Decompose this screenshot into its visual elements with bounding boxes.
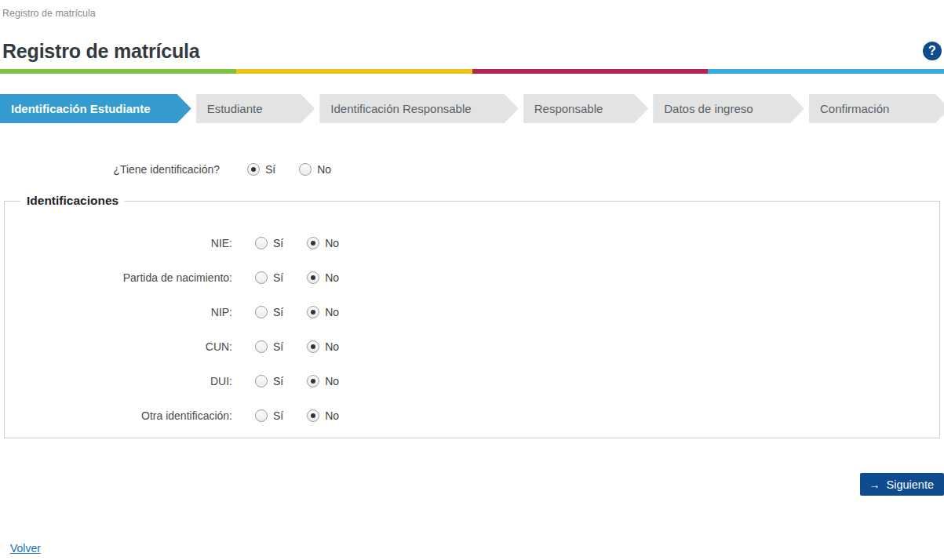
row-dui: DUI: Sí No <box>5 364 939 398</box>
radio-option-no[interactable]: No <box>307 340 339 353</box>
progress-segment-yellow <box>236 69 472 74</box>
radio-si-label: Sí <box>273 306 283 318</box>
row-label: Otra identificación: <box>5 409 232 422</box>
step-label: Estudiante <box>207 102 263 115</box>
step-identificacion-estudiante[interactable]: Identificación Estudiante <box>0 94 191 123</box>
radio-option-no[interactable]: No <box>307 375 339 387</box>
progress-color-bar <box>0 69 944 74</box>
radio-si[interactable] <box>255 306 268 318</box>
radio-si-label: Sí <box>273 340 283 353</box>
radio-si[interactable] <box>255 237 268 249</box>
step-identificacion-responsable[interactable]: Identificación Responsable <box>319 94 518 123</box>
radio-si-label: Sí <box>273 375 283 387</box>
radio-no[interactable] <box>307 409 319 422</box>
question-label: ¿Tiene identificación? <box>0 163 220 176</box>
step-estudiante[interactable]: Estudiante <box>196 94 315 123</box>
radio-option-no[interactable]: No <box>307 306 339 318</box>
progress-segment-crimson <box>472 69 709 74</box>
radio-option-si[interactable]: Sí <box>255 375 283 387</box>
radio-option-si[interactable]: Sí <box>255 409 283 422</box>
row-label: CUN: <box>5 340 232 353</box>
row-label: Partida de nacimiento: <box>5 271 232 284</box>
row-nip: NIP: Sí No <box>5 295 939 329</box>
radio-no-label: No <box>325 271 339 284</box>
row-cun: CUN: Sí No <box>5 329 939 364</box>
step-label: Datos de ingreso <box>664 102 753 115</box>
radio-option-si[interactable]: Sí <box>255 306 283 318</box>
radio-si[interactable] <box>255 409 268 422</box>
row-radio-group: Sí No <box>255 375 339 387</box>
radio-si-label: Sí <box>273 237 283 249</box>
step-label: Identificación Responsable <box>330 102 471 115</box>
radio-si-label: Sí <box>265 163 275 176</box>
identificaciones-legend: Identificaciones <box>20 194 125 208</box>
radio-no[interactable] <box>307 271 319 284</box>
question-radio-group: Sí No <box>247 163 331 176</box>
step-responsable[interactable]: Responsable <box>523 94 648 123</box>
row-radio-group: Sí No <box>255 237 339 249</box>
next-button-label: Siguiente <box>887 478 934 491</box>
progress-segment-green <box>0 69 236 74</box>
back-link[interactable]: Volver <box>10 542 41 555</box>
row-radio-group: Sí No <box>255 340 339 353</box>
radio-option-si[interactable]: Sí <box>255 340 283 353</box>
page-header: Registro de matrícula ? <box>2 39 942 63</box>
radio-no[interactable] <box>307 306 319 318</box>
row-nie: NIE: Sí No <box>5 226 939 260</box>
row-label: NIP: <box>5 306 232 318</box>
radio-option-si[interactable]: Sí <box>255 237 283 249</box>
row-partida-de-nacimiento: Partida de nacimiento: Sí No <box>5 260 939 295</box>
radio-option-no[interactable]: No <box>299 163 331 176</box>
question-tiene-identificacion: ¿Tiene identificación? Sí No <box>0 160 331 179</box>
help-icon[interactable]: ? <box>923 42 942 60</box>
radio-no[interactable] <box>307 340 319 353</box>
next-button[interactable]: → Siguiente <box>860 473 944 496</box>
radio-option-no[interactable]: No <box>307 237 339 249</box>
radio-no[interactable] <box>307 237 319 249</box>
arrow-right-icon: → <box>869 479 880 490</box>
step-label: Responsable <box>534 102 603 115</box>
step-label: Confirmación <box>820 102 889 115</box>
progress-segment-blue <box>708 69 944 74</box>
radio-si[interactable] <box>255 271 268 284</box>
breadcrumb: Registro de matrícula <box>2 8 96 19</box>
step-label: Identificación Estudiante <box>11 102 151 115</box>
radio-option-no[interactable]: No <box>307 271 339 284</box>
radio-no-label: No <box>325 409 339 422</box>
radio-no[interactable] <box>307 375 319 387</box>
row-radio-group: Sí No <box>255 271 339 284</box>
row-radio-group: Sí No <box>255 306 339 318</box>
row-label: NIE: <box>5 237 232 249</box>
row-otra-identificacion: Otra identificación: Sí No <box>5 398 939 433</box>
radio-no-label: No <box>325 375 339 387</box>
row-label: DUI: <box>5 375 232 387</box>
radio-si[interactable] <box>247 163 260 176</box>
radio-no[interactable] <box>299 163 312 176</box>
identificaciones-fieldset: Identificaciones NIE: Sí No Partida de n… <box>4 194 940 438</box>
radio-si-label: Sí <box>273 271 283 284</box>
radio-no-label: No <box>325 237 339 249</box>
row-radio-group: Sí No <box>255 409 339 422</box>
step-datos-de-ingreso[interactable]: Datos de ingreso <box>653 94 804 123</box>
radio-si[interactable] <box>255 340 268 353</box>
wizard-steps: Identificación Estudiante Estudiante Ide… <box>0 94 944 123</box>
radio-no-label: No <box>317 163 331 176</box>
radio-si[interactable] <box>255 375 268 387</box>
radio-no-label: No <box>325 340 339 353</box>
radio-option-si[interactable]: Sí <box>247 163 275 176</box>
step-confirmacion[interactable]: Confirmación <box>809 94 944 123</box>
radio-si-label: Sí <box>273 409 283 422</box>
radio-option-si[interactable]: Sí <box>255 271 283 284</box>
page-title: Registro de matrícula <box>2 40 199 63</box>
radio-option-no[interactable]: No <box>307 409 339 422</box>
radio-no-label: No <box>325 306 339 318</box>
